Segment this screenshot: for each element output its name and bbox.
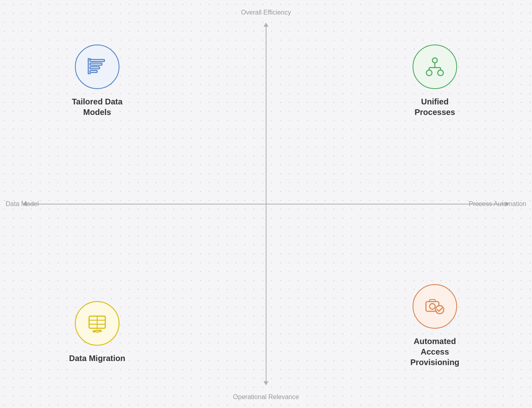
svg-point-7 [432,58,437,63]
horizontal-axis [24,204,508,204]
data-migration-label: Data Migration [69,353,126,363]
svg-rect-3 [90,70,97,72]
unified-processes-label: Unified Processes [415,96,455,117]
svg-rect-2 [90,67,100,69]
data-migration-icon-circle [75,301,119,346]
unified-processes-icon-circle [413,45,457,89]
data-migration-icon [86,312,109,335]
unified-processes-icon [423,55,446,78]
tailored-data-models-icon [86,55,109,78]
svg-rect-1 [90,63,102,65]
tailored-data-models-label: Tailored Data Models [72,96,122,117]
arrow-down-icon [264,381,268,385]
bottom-axis-label: Operational Relevance [233,393,299,401]
svg-rect-0 [90,60,104,62]
quadrant-chart: Overall Efficiency Operational Relevance… [0,0,532,408]
left-axis-label: Data Model [6,200,39,208]
automated-access-provisioning-icon [423,295,446,318]
automated-access-provisioning-label: Automated Access Provisioning [410,336,459,368]
automated-access-provisioning-item: Automated Access Provisioning [386,284,483,368]
automated-access-provisioning-icon-circle [413,284,457,329]
svg-point-19 [430,304,435,309]
tailored-data-models-icon-circle [75,45,119,89]
data-migration-item: Data Migration [49,301,146,363]
tailored-data-models-item: Tailored Data Models [49,45,146,117]
svg-point-11 [426,70,432,76]
arrow-up-icon [264,23,268,27]
svg-point-13 [438,70,443,76]
unified-processes-item: Unified Processes [386,45,483,117]
right-axis-label: Process Automation [469,200,526,208]
top-axis-label: Overall Efficiency [241,9,291,16]
